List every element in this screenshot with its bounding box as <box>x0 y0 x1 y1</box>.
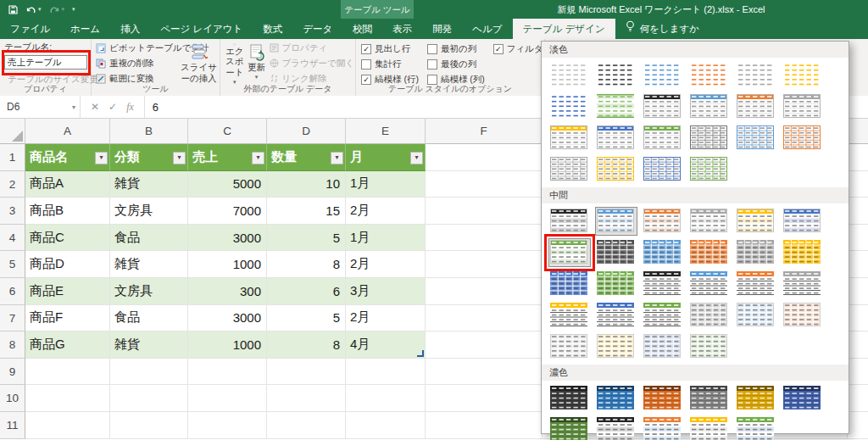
table-style-thumbnail-0-21[interactable] <box>688 155 731 184</box>
cell-A8[interactable]: 商品G <box>25 331 110 359</box>
tab-数式[interactable]: 数式 <box>253 19 292 39</box>
cell-F11[interactable] <box>426 412 542 439</box>
column-header-B[interactable]: B <box>110 119 188 144</box>
table-style-thumbnail-1-13[interactable] <box>595 270 637 298</box>
cell-E10[interactable] <box>346 385 426 412</box>
cell-E7[interactable]: 2月 <box>346 305 426 332</box>
name-box[interactable]: D6 ▾ <box>0 96 81 118</box>
table-style-thumbnail-0-20[interactable] <box>642 155 684 184</box>
table-style-thumbnail-1-0[interactable] <box>548 207 591 236</box>
cell-C4[interactable]: 3000 <box>188 225 267 252</box>
cell-F7[interactable] <box>426 305 542 332</box>
table-style-thumbnail-1-6[interactable] <box>548 238 591 267</box>
table-style-thumbnail-1-23[interactable] <box>782 301 824 330</box>
checkbox-見出し行[interactable]: ✓見出し行 <box>361 43 419 55</box>
table-style-thumbnail-2-9[interactable] <box>688 415 731 440</box>
table-style-thumbnail-2-7[interactable] <box>595 415 637 440</box>
cell-K5[interactable] <box>848 251 868 278</box>
cell-D5[interactable]: 8 <box>267 251 346 278</box>
column-header-K[interactable]: K <box>848 119 868 144</box>
tab-ヘルプ[interactable]: ヘルプ <box>462 19 512 39</box>
cell-E1[interactable]: 月▾ <box>346 144 426 171</box>
table-style-thumbnail-0-19[interactable] <box>595 155 637 184</box>
cell-K9[interactable] <box>848 359 868 386</box>
cell-C10[interactable] <box>188 385 267 412</box>
cell-F8[interactable] <box>426 331 542 359</box>
cell-C9[interactable] <box>188 359 267 386</box>
table-style-thumbnail-1-20[interactable] <box>642 301 684 330</box>
unchecked-checkbox-icon[interactable] <box>427 44 437 54</box>
cell-F9[interactable] <box>426 359 542 386</box>
table-style-thumbnail-1-25[interactable] <box>595 332 637 361</box>
cell-B9[interactable] <box>110 359 188 386</box>
save-icon[interactable] <box>8 5 18 14</box>
cell-D11[interactable] <box>267 412 346 439</box>
cell-K7[interactable] <box>848 305 868 332</box>
row-header-10[interactable]: 10 <box>0 385 25 412</box>
checked-checkbox-icon[interactable]: ✓ <box>361 44 371 54</box>
cell-A3[interactable]: 商品B <box>25 198 110 225</box>
tab-挿入[interactable]: 挿入 <box>110 19 150 39</box>
cell-F2[interactable] <box>426 171 542 198</box>
cell-K11[interactable] <box>848 412 868 439</box>
unchecked-checkbox-icon[interactable] <box>427 59 437 70</box>
cell-E4[interactable]: 1月 <box>346 225 426 252</box>
table-style-thumbnail-2-0[interactable] <box>548 384 591 413</box>
table-style-thumbnail-1-4[interactable] <box>735 207 777 236</box>
unchecked-checkbox-icon[interactable] <box>361 59 371 70</box>
cell-B10[interactable] <box>110 385 188 412</box>
cell-D3[interactable]: 15 <box>267 198 346 225</box>
filter-button-月[interactable]: ▾ <box>410 152 423 164</box>
table-style-thumbnail-0-18[interactable] <box>548 155 591 184</box>
table-style-thumbnail-1-1[interactable] <box>595 207 637 236</box>
cell-E9[interactable] <box>346 359 426 386</box>
table-style-thumbnail-0-11[interactable] <box>782 92 824 121</box>
table-style-thumbnail-2-5[interactable] <box>782 384 824 413</box>
table-style-thumbnail-1-15[interactable] <box>688 270 731 298</box>
cell-C11[interactable] <box>188 412 267 439</box>
column-header-F[interactable]: F <box>426 119 542 144</box>
tab-テーブル デザイン[interactable]: テーブル デザイン <box>513 19 615 39</box>
cell-B5[interactable]: 雑貨 <box>110 251 188 278</box>
table-style-thumbnail-1-26[interactable] <box>642 332 684 361</box>
cell-A5[interactable]: 商品D <box>25 251 110 278</box>
select-all-corner[interactable] <box>0 119 25 144</box>
insert-function-icon[interactable]: fx <box>126 101 134 114</box>
cell-A7[interactable]: 商品F <box>25 305 110 332</box>
cell-A4[interactable]: 商品C <box>25 225 110 252</box>
cell-B11[interactable] <box>110 412 188 439</box>
cell-A9[interactable] <box>25 359 110 386</box>
row-header-8[interactable]: 8 <box>0 331 25 359</box>
cell-K2[interactable] <box>848 171 868 198</box>
cell-B4[interactable]: 食品 <box>110 225 188 252</box>
cell-K10[interactable] <box>848 385 868 412</box>
table-style-thumbnail-0-2[interactable] <box>642 61 684 90</box>
cell-E6[interactable]: 3月 <box>346 278 426 305</box>
table-style-thumbnail-1-12[interactable] <box>548 270 591 298</box>
column-header-E[interactable]: E <box>346 119 426 144</box>
cell-D8[interactable]: 8 <box>267 331 346 359</box>
row-header-9[interactable]: 9 <box>0 359 25 386</box>
cell-B2[interactable]: 雑貨 <box>110 171 188 198</box>
table-style-thumbnail-2-8[interactable] <box>642 415 684 440</box>
remove-duplicates-button[interactable]: 重複の削除 <box>96 57 179 70</box>
cell-B8[interactable]: 雑貨 <box>110 331 188 359</box>
cell-B7[interactable]: 食品 <box>110 305 188 332</box>
checkbox-集計行[interactable]: 集計行 <box>361 58 419 70</box>
cell-D10[interactable] <box>267 385 346 412</box>
cell-E11[interactable] <box>346 412 426 439</box>
table-style-thumbnail-0-14[interactable] <box>642 124 684 153</box>
table-style-thumbnail-2-10[interactable] <box>735 415 777 440</box>
cell-A6[interactable]: 商品E <box>25 278 110 305</box>
table-style-thumbnail-1-7[interactable] <box>595 238 637 267</box>
cell-E8[interactable]: 4月 <box>346 331 426 359</box>
tab-校閲[interactable]: 校閲 <box>342 19 382 39</box>
table-style-thumbnail-0-17[interactable] <box>782 124 824 153</box>
row-header-5[interactable]: 5 <box>0 251 25 278</box>
cell-A11[interactable] <box>25 412 110 439</box>
table-style-thumbnail-1-3[interactable] <box>688 207 731 236</box>
table-style-thumbnail-2-4[interactable] <box>735 384 777 413</box>
cell-E5[interactable]: 2月 <box>346 251 426 278</box>
row-header-1[interactable]: 1 <box>0 144 25 171</box>
checkbox-最後の列[interactable]: 最後の列 <box>427 58 485 70</box>
